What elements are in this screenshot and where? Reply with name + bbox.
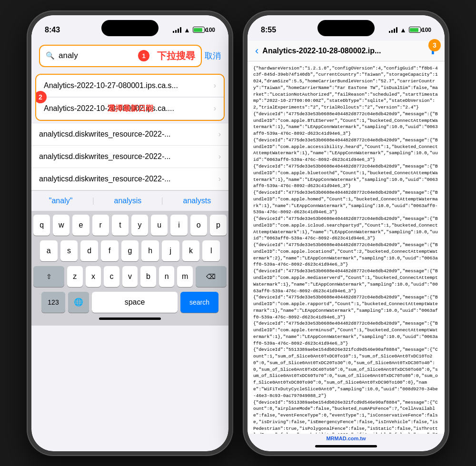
key-g[interactable]: g [121, 240, 139, 261]
key-w[interactable]: w [53, 215, 69, 236]
key-h[interactable]: h [141, 240, 159, 261]
wifi-icon: ▲ [184, 26, 190, 34]
home-indicator-right [315, 445, 377, 447]
key-r[interactable]: r [92, 215, 109, 236]
key-y[interactable]: y [131, 215, 148, 236]
suggestion-2[interactable]: analysis [114, 197, 142, 205]
suggestions-bar: "analy" | analysis | analysts [31, 190, 228, 211]
key-x[interactable]: x [86, 266, 101, 287]
key-delete[interactable]: ⌫ [196, 266, 227, 287]
status-icons-right: ▲ 100 [389, 26, 431, 34]
keyboard-row-1: q w e r t y u i o p [33, 215, 227, 236]
time-right: 8:55 [261, 26, 276, 34]
search-header: 🔍 analy 1 下拉搜尋 取消 [31, 41, 228, 72]
key-n[interactable]: n [159, 266, 175, 287]
file-item-5[interactable]: analyticsd.diskwrites_resource-2022-... … [31, 168, 228, 190]
search-icon: 🔍 [46, 51, 55, 60]
arrow-badge-1: 1 [138, 50, 149, 61]
key-shift[interactable]: ⇧ [33, 266, 64, 287]
suggestion-3[interactable]: analysts [183, 197, 211, 205]
key-q[interactable]: q [33, 215, 50, 236]
key-j[interactable]: j [162, 240, 179, 261]
keyboard: q w e r t y u i o p a s d f g h j k l [31, 211, 228, 326]
watermark: MRMAD.com.tw [248, 434, 445, 443]
chevron-icon-5: › [218, 175, 221, 183]
cancel-button[interactable]: 取消 [205, 50, 221, 61]
file-view-header: ‹ Analytics-2022-10-28-080002.ip... ⬆ 3 [248, 41, 445, 61]
wifi-icon-right: ▲ [400, 26, 407, 34]
key-b[interactable]: b [140, 266, 156, 287]
time-left: 8:43 [45, 26, 60, 34]
pulldown-label: 下拉搜尋 [157, 50, 195, 62]
chevron-icon-3: › [218, 130, 221, 139]
dynamic-island [101, 20, 159, 36]
search-query[interactable]: analy [59, 51, 134, 60]
key-c[interactable]: c [104, 266, 119, 287]
key-z[interactable]: z [67, 266, 83, 287]
key-v[interactable]: v [122, 266, 138, 287]
file-title: Analytics-2022-10-28-080002.ip... [262, 47, 425, 55]
search-bar[interactable]: 🔍 analy 1 下拉搜尋 [39, 45, 202, 67]
key-e[interactable]: e [72, 215, 89, 236]
key-numeric[interactable]: 123 [41, 292, 65, 313]
badge-3: 3 [428, 39, 441, 51]
highlighted-group: 2 Analytics-2022-10-27-080001.ips.ca.s..… [35, 74, 225, 121]
file-item-4[interactable]: analyticsd.diskwrites_resource-2022-... … [31, 146, 228, 168]
key-space[interactable]: space [92, 292, 178, 313]
json-content[interactable]: {"hardwareVersion":"1.2.1.0","configOVer… [248, 61, 445, 434]
key-d[interactable]: d [80, 240, 98, 261]
file-item-1[interactable]: Analytics-2022-10-27-080001.ips.ca.s... … [36, 75, 224, 97]
file-list: 2 Analytics-2022-10-27-080001.ips.ca.s..… [31, 72, 228, 190]
signal-icon-right [389, 27, 397, 33]
file-item-3[interactable]: analyticsd.diskwrites_resource-2022-... … [31, 123, 228, 146]
back-button[interactable]: ‹ [255, 45, 258, 57]
key-k[interactable]: k [182, 240, 200, 261]
key-s[interactable]: s [60, 240, 78, 261]
dynamic-island-right [317, 20, 375, 36]
file-name-3: analyticsd.diskwrites_resource-2022-... [39, 130, 216, 139]
right-phone: 8:55 ▲ 100 ‹ Analytics-2022-10-28-080002… [244, 11, 448, 455]
file-name-1: Analytics-2022-10-27-080001.ips.ca.s... [44, 81, 211, 90]
search-key[interactable]: search [180, 292, 218, 313]
file-name-5: analyticsd.diskwrites_resource-2022-... [39, 175, 216, 183]
chevron-icon-4: › [218, 152, 221, 161]
file-item-2[interactable]: Analytics-2022-10-28-080002.ips.ca.... ›… [36, 98, 224, 120]
left-phone: 8:43 ▲ 100 🔍 analy [28, 11, 232, 455]
battery-icon: 100 [193, 27, 215, 33]
status-icons-left: ▲ 100 [173, 26, 215, 34]
key-i[interactable]: i [170, 215, 187, 236]
file-name-4: analyticsd.diskwrites_resource-2022-... [39, 152, 216, 161]
suggestion-1[interactable]: "analy" [49, 197, 73, 205]
keyboard-row-bottom: 123 🌐 space search [33, 292, 227, 313]
key-a[interactable]: a [40, 240, 58, 261]
signal-icon [173, 27, 181, 33]
keyboard-row-3: ⇧ z x c v b n m ⌫ [33, 266, 227, 287]
key-f[interactable]: f [101, 240, 119, 261]
keyboard-row-2: a s d f g h j k l [33, 240, 227, 261]
battery-icon-right: 100 [409, 27, 431, 33]
key-l[interactable]: l [202, 240, 220, 261]
key-u[interactable]: u [151, 215, 168, 236]
json-text: {"hardwareVersion":"1.2.1.0","configOVer… [253, 65, 439, 434]
chevron-icon-1: › [214, 81, 216, 90]
home-indicator-left [99, 317, 161, 320]
date-label: 選擇最新日期 [108, 103, 209, 113]
key-p[interactable]: p [210, 215, 227, 236]
key-t[interactable]: t [112, 215, 129, 236]
key-m[interactable]: m [177, 266, 193, 287]
key-o[interactable]: o [190, 215, 207, 236]
chevron-icon-2: › [214, 104, 216, 113]
key-emoji[interactable]: 🌐 [68, 292, 89, 313]
